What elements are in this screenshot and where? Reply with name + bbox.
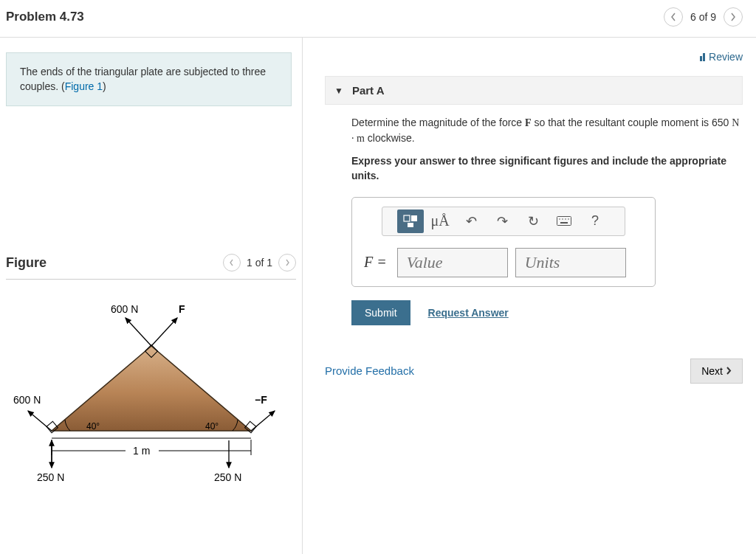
svg-rect-24 — [560, 222, 568, 224]
svg-point-22 — [565, 218, 566, 220]
input-toolbar: μÅ ↶ ↷ ↻ ? — [382, 207, 625, 236]
header-nav: 6 of 9 — [664, 7, 743, 27]
label-600n-left: 600 N — [13, 394, 41, 406]
keyboard-icon — [557, 216, 571, 226]
problem-header: Problem 4.73 6 of 9 — [0, 0, 756, 38]
review-icon — [700, 53, 705, 61]
problem-description: The ends of the triangular plate are sub… — [6, 52, 292, 106]
next-problem-button[interactable] — [724, 7, 743, 27]
svg-line-6 — [251, 411, 275, 431]
variable-F: F — [525, 117, 532, 128]
svg-point-21 — [562, 218, 563, 220]
submit-button[interactable]: Submit — [351, 300, 410, 325]
reset-button[interactable]: ↻ — [518, 208, 548, 235]
part-a-header[interactable]: ▼ Part A — [325, 76, 743, 105]
collapse-icon: ▼ — [334, 86, 343, 96]
chevron-left-icon — [229, 259, 234, 266]
prev-problem-button[interactable] — [664, 7, 683, 27]
question-post: clockwise. — [365, 132, 415, 144]
answer-input-box: μÅ ↶ ↷ ↻ ? F = — [351, 197, 656, 287]
label-angle-right: 40° — [205, 421, 219, 432]
label-250n-left: 250 N — [37, 471, 64, 483]
svg-rect-16 — [404, 215, 410, 221]
chevron-right-icon — [726, 367, 732, 375]
next-button[interactable]: Next — [690, 359, 743, 384]
label-minus-F: −F — [255, 394, 267, 406]
svg-line-3 — [151, 318, 177, 346]
keyboard-button[interactable] — [549, 208, 579, 235]
svg-point-23 — [568, 218, 569, 220]
template-icon — [403, 215, 418, 228]
question-pre: Determine the magnitude of the force — [351, 117, 525, 128]
request-answer-link[interactable]: Request Answer — [428, 307, 509, 319]
svg-rect-17 — [411, 215, 417, 221]
problem-title: Problem 4.73 — [6, 10, 84, 24]
question-mid: so that the resultant couple moment is 6… — [532, 117, 732, 128]
chevron-right-icon — [285, 259, 290, 266]
next-figure-button[interactable] — [278, 254, 296, 271]
variable-label: F = — [361, 248, 390, 277]
value-input[interactable] — [397, 248, 508, 277]
svg-marker-0 — [52, 346, 251, 431]
help-button[interactable]: ? — [580, 208, 610, 235]
redo-button[interactable]: ↷ — [487, 208, 517, 235]
part-a-title: Part A — [352, 84, 385, 97]
question-text: Determine the magnitude of the force F s… — [351, 115, 743, 146]
undo-button[interactable]: ↶ — [456, 208, 486, 235]
review-link[interactable]: Review — [700, 51, 743, 63]
description-suffix: ) — [103, 80, 106, 92]
figure-nav: 1 of 1 — [223, 254, 296, 271]
label-1m: 1 m — [133, 445, 150, 457]
label-250n-right: 250 N — [214, 471, 241, 483]
figure-link[interactable]: Figure 1 — [65, 80, 103, 92]
svg-point-20 — [559, 218, 560, 220]
description-text: The ends of the triangular plate are sub… — [20, 66, 266, 92]
figure-title: Figure — [6, 255, 47, 271]
review-label: Review — [709, 51, 743, 63]
prev-figure-button[interactable] — [223, 254, 241, 271]
svg-rect-18 — [408, 223, 413, 227]
svg-rect-19 — [557, 217, 571, 226]
next-label: Next — [701, 365, 723, 377]
label-F-top: F — [179, 303, 185, 315]
instruction-text: Express your answer to three significant… — [351, 153, 743, 184]
problem-count: 6 of 9 — [690, 11, 716, 23]
provide-feedback-link[interactable]: Provide Feedback — [325, 364, 414, 377]
chevron-left-icon — [670, 13, 676, 21]
chevron-right-icon — [730, 13, 736, 21]
template-button[interactable] — [397, 210, 424, 233]
svg-line-5 — [28, 411, 52, 431]
label-angle-left: 40° — [86, 421, 100, 432]
figure-image: 600 N F 600 N −F 40° 40° — [6, 280, 296, 496]
units-button[interactable]: μÅ — [425, 208, 455, 235]
figure-header: Figure 1 of 1 — [6, 254, 296, 280]
figure-count: 1 of 1 — [247, 257, 272, 269]
label-600n-top: 600 N — [111, 303, 138, 315]
svg-line-2 — [126, 318, 151, 346]
units-input[interactable] — [515, 248, 626, 277]
